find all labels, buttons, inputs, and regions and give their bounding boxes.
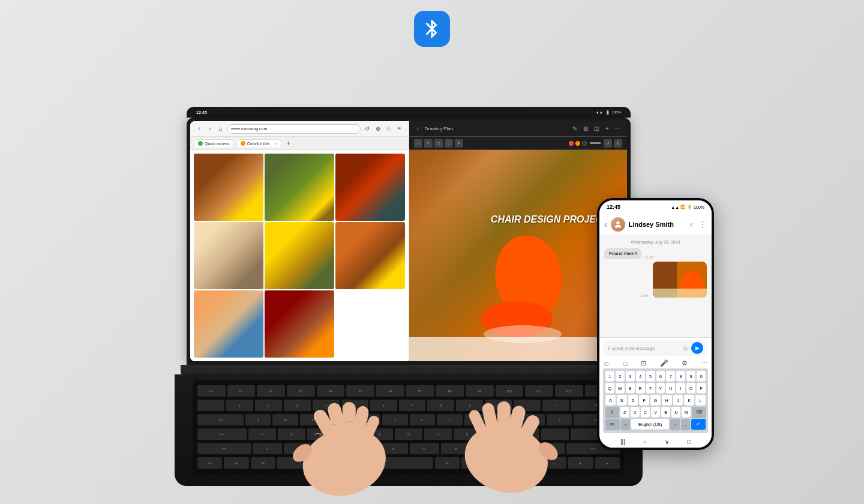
- send-button[interactable]: ▶: [691, 342, 703, 354]
- lasso-tool[interactable]: ◊: [445, 139, 453, 148]
- phone-key-backspace[interactable]: ⌫: [692, 407, 706, 418]
- phone-key-4[interactable]: 4: [636, 371, 645, 382]
- phone-key-5[interactable]: 5: [646, 371, 655, 382]
- tab-colorful[interactable]: Colorful kite... ×: [236, 139, 281, 147]
- phone-key-j[interactable]: J: [673, 395, 683, 406]
- key-tab[interactable]: Tab: [197, 414, 244, 426]
- phone-key-w[interactable]: W: [616, 383, 625, 394]
- color-black[interactable]: [582, 141, 587, 146]
- phone-nav-recents[interactable]: ∨: [665, 439, 669, 445]
- menu-button[interactable]: ≡: [395, 125, 404, 133]
- phone-key-y[interactable]: Y: [656, 383, 665, 394]
- phone-key-o[interactable]: O: [686, 383, 695, 394]
- sticker-toolbar-icon[interactable]: □: [623, 360, 628, 367]
- phone-key-1[interactable]: 1: [605, 371, 614, 382]
- phone-key-2[interactable]: 2: [616, 371, 625, 382]
- phone-key-s[interactable]: S: [617, 395, 627, 406]
- emoji-toolbar-icon[interactable]: ☺: [603, 360, 610, 367]
- phone-key-u[interactable]: U: [666, 383, 675, 394]
- phone-nav-extra[interactable]: □: [687, 439, 691, 445]
- phone-nav-home[interactable]: ○: [643, 439, 647, 445]
- color-red[interactable]: [569, 141, 574, 146]
- phone-key-t[interactable]: T: [646, 383, 655, 394]
- line-tool[interactable]: [590, 142, 601, 144]
- back-button[interactable]: ‹: [195, 125, 203, 133]
- tab-quick-access[interactable]: Quick access: [194, 139, 234, 147]
- drawing-back-btn[interactable]: ‹: [414, 125, 422, 133]
- phone-key-a[interactable]: A: [605, 395, 616, 406]
- phone-key-h[interactable]: H: [662, 395, 672, 406]
- color-orange[interactable]: [575, 141, 580, 146]
- key-win[interactable]: ⊞: [224, 457, 248, 469]
- phone-key-p[interactable]: P: [697, 383, 706, 394]
- phone-key-3[interactable]: 3: [626, 371, 635, 382]
- phone-key-b[interactable]: B: [661, 407, 670, 418]
- phone-more-button[interactable]: ⋮: [698, 220, 707, 229]
- phone-key-e[interactable]: E: [626, 383, 635, 394]
- phone-key-8[interactable]: 8: [676, 371, 685, 382]
- phone-key-d[interactable]: D: [628, 395, 638, 406]
- pen-tool[interactable]: ✎: [424, 139, 433, 148]
- more-toolbar-icon[interactable]: ⋯: [701, 359, 708, 367]
- tab-close-icon[interactable]: ×: [274, 142, 277, 146]
- gif-toolbar-icon[interactable]: ⊡: [641, 359, 646, 367]
- phone-key-x[interactable]: X: [631, 407, 640, 418]
- select-tool[interactable]: ⊹: [414, 139, 422, 148]
- phone-key-l[interactable]: L: [695, 395, 706, 406]
- key-1[interactable]: 1: [226, 400, 253, 412]
- settings-toolbar-icon[interactable]: ⚙: [682, 359, 688, 367]
- phone-key-arrow-r[interactable]: ›: [670, 419, 680, 430]
- phone-key-k[interactable]: K: [684, 395, 694, 406]
- mic-toolbar-icon[interactable]: 🎤: [660, 359, 668, 367]
- key-f1[interactable]: F1: [227, 385, 256, 397]
- key-shift-l[interactable]: Shift: [197, 443, 251, 455]
- phone-key-lang[interactable]: English (US): [631, 419, 669, 430]
- phone-key-i[interactable]: I: [676, 383, 685, 394]
- phone-key-6[interactable]: 6: [656, 371, 665, 382]
- refresh-button[interactable]: ↺: [363, 125, 371, 133]
- phone-key-z[interactable]: Z: [620, 407, 629, 418]
- phone-key-0[interactable]: 0: [697, 371, 706, 382]
- drawing-add-btn[interactable]: +: [603, 125, 611, 133]
- phone-key-v[interactable]: V: [651, 407, 660, 418]
- phone-key-f[interactable]: F: [639, 395, 649, 406]
- drawing-expand-btn[interactable]: ⊡: [592, 125, 601, 133]
- phone-key-g[interactable]: G: [650, 395, 661, 406]
- drawing-grid-btn[interactable]: ⊞: [581, 125, 590, 133]
- phone-key-period[interactable]: .: [681, 419, 691, 430]
- key-arrow-r[interactable]: ▸: [595, 457, 620, 469]
- key-esc[interactable]: Esc: [197, 385, 226, 397]
- phone-key-arrow-l[interactable]: ‹: [621, 419, 631, 430]
- phone-chat-input[interactable]: › Enter chat message ☺ ▶: [603, 340, 708, 356]
- shape-tool[interactable]: ✦: [455, 139, 463, 148]
- key-backtick[interactable]: `: [197, 400, 224, 412]
- phone-key-m[interactable]: M: [682, 407, 691, 418]
- phone-key-r[interactable]: R: [636, 383, 645, 394]
- laptop-status-right: ▲▲ 🔋 100%: [596, 110, 621, 115]
- phone-key-enter[interactable]: ↵: [691, 419, 706, 430]
- phone-key-shift[interactable]: ⇧: [605, 407, 619, 418]
- new-tab-button[interactable]: +: [284, 139, 293, 148]
- share-button[interactable]: ⊕: [374, 125, 382, 133]
- home-button[interactable]: ⌂: [217, 125, 225, 133]
- phone-back-button[interactable]: ‹: [604, 220, 607, 229]
- undo-tool[interactable]: ↺: [604, 139, 612, 148]
- drawing-edit-btn[interactable]: ✎: [571, 125, 579, 133]
- phone-key-n[interactable]: N: [671, 407, 680, 418]
- eraser-tool[interactable]: ◻: [434, 139, 443, 148]
- key-ctrl[interactable]: Ctrl: [197, 457, 222, 469]
- phone-key-c[interactable]: C: [641, 407, 650, 418]
- bookmark-button[interactable]: ☆: [385, 125, 393, 133]
- phone-key-q[interactable]: Q: [605, 383, 614, 394]
- forward-button[interactable]: ›: [206, 125, 214, 133]
- url-bar[interactable]: www.samsung.com: [227, 124, 361, 134]
- key-capslock[interactable]: Caps: [197, 428, 247, 440]
- phone-nav-back[interactable]: |||: [620, 439, 625, 445]
- chat-input-placeholder[interactable]: Enter chat message: [612, 346, 679, 351]
- phone-key-9[interactable]: 9: [686, 371, 695, 382]
- emoji-icon[interactable]: ☺: [682, 344, 689, 352]
- redo-tool[interactable]: ↻: [614, 139, 622, 148]
- phone-key-7[interactable]: 7: [666, 371, 675, 382]
- drawing-more-btn[interactable]: ⋯: [614, 125, 622, 133]
- phone-key-symbols[interactable]: !#1: [605, 419, 620, 430]
